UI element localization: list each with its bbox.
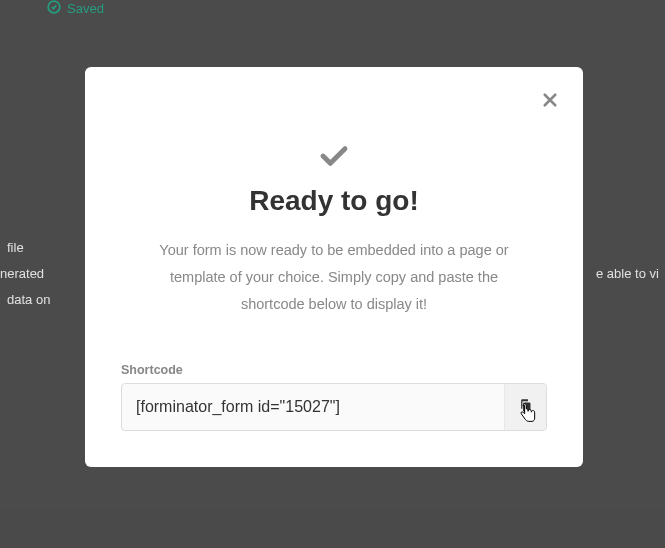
ready-modal: Ready to go! Your form is now ready to b… [85,67,583,467]
bg-text: e able to vi [596,262,659,287]
saved-label: Saved [67,1,104,16]
check-circle-icon [47,0,61,17]
bg-text: nerated [0,262,44,287]
copy-icon [518,398,533,416]
shortcode-field [121,383,547,431]
modal-description: Your form is now ready to be embedded in… [121,237,547,317]
shortcode-input[interactable] [122,384,504,430]
modal-title: Ready to go! [121,185,547,217]
bg-text: data on [7,288,50,313]
bg-text: file [7,236,24,261]
svg-rect-1 [523,403,531,412]
copy-button[interactable] [504,384,546,430]
checkmark-icon [121,145,547,167]
close-button[interactable] [541,91,559,109]
shortcode-label: Shortcode [121,363,547,377]
saved-indicator: Saved [47,0,104,17]
close-icon [541,91,559,109]
